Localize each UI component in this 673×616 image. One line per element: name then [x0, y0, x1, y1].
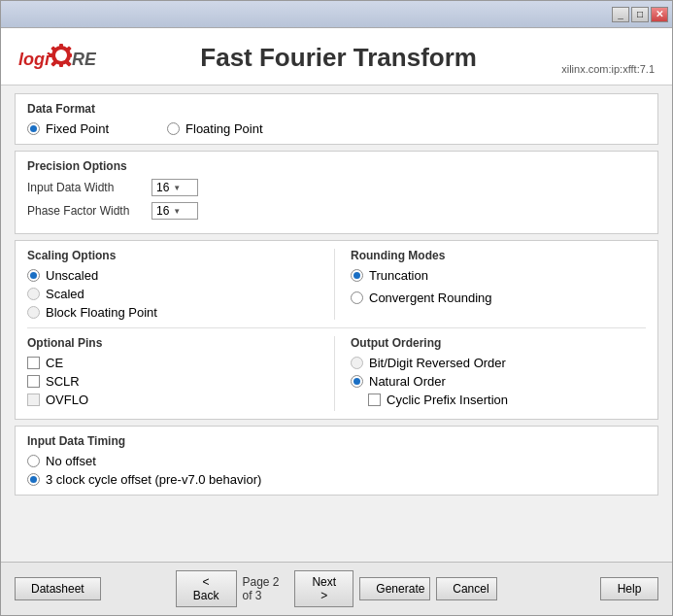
generate-button[interactable]: Generate — [359, 577, 430, 600]
sclr-label: SCLR — [46, 374, 80, 389]
titlebar: _ □ ✕ — [1, 1, 672, 28]
fixed-point-radio[interactable] — [27, 122, 40, 135]
floating-point-radio[interactable] — [167, 122, 180, 135]
block-floating-label: Block Floating Point — [46, 305, 157, 320]
input-data-width-select[interactable]: 16 ▼ — [151, 179, 198, 196]
footer-right: Help — [497, 577, 658, 600]
svg-rect-4 — [59, 62, 63, 67]
footer-left: Datasheet — [15, 577, 176, 600]
input-data-width-row: Input Data Width 16 ▼ — [27, 179, 646, 196]
convergent-option[interactable]: Convergent Rounding — [351, 291, 646, 305]
cyclic-prefix-checkbox[interactable] — [368, 394, 381, 406]
ce-item[interactable]: CE — [27, 356, 322, 370]
input-data-width-label: Input Data Width — [27, 181, 144, 194]
header: logi RE Fast Fourier Transform xilinx.co… — [1, 28, 672, 86]
floating-point-option[interactable]: Floating Point — [167, 121, 263, 136]
precision-title: Precision Options — [27, 159, 646, 173]
pins-ordering-row: Optional Pins CE SCLR OVFLO — [27, 336, 646, 411]
next-button[interactable]: Next > — [294, 570, 353, 607]
version-label: xilinx.com:ip:xfft:7.1 — [561, 63, 655, 75]
unscaled-label: Unscaled — [46, 268, 98, 283]
bit-reversed-radio[interactable] — [351, 357, 363, 369]
natural-order-option[interactable]: Natural Order — [351, 374, 646, 389]
phase-factor-width-select[interactable]: 16 ▼ — [151, 202, 198, 220]
clock-offset-radio[interactable] — [27, 473, 40, 486]
page-info: Page 2 of 3 — [243, 575, 289, 602]
ce-label: CE — [46, 356, 63, 370]
svg-rect-5 — [49, 53, 53, 57]
pins-col: Optional Pins CE SCLR OVFLO — [27, 336, 335, 411]
ovflo-checkbox[interactable] — [27, 394, 40, 406]
block-floating-radio[interactable] — [27, 306, 40, 319]
sclr-item[interactable]: SCLR — [27, 374, 322, 389]
svg-rect-3 — [59, 44, 63, 49]
middle-section: Scaling Options Unscaled Scaled Block Fl… — [15, 240, 658, 420]
unscaled-radio[interactable] — [27, 269, 40, 282]
truncation-label: Truncation — [369, 268, 428, 283]
input-data-width-arrow: ▼ — [173, 184, 181, 192]
precision-section: Precision Options Input Data Width 16 ▼ … — [15, 151, 658, 234]
ce-checkbox[interactable] — [27, 357, 40, 369]
datasheet-button[interactable]: Datasheet — [15, 577, 101, 600]
scaled-option[interactable]: Scaled — [27, 287, 322, 301]
natural-order-radio[interactable] — [351, 375, 363, 388]
rounding-title: Rounding Modes — [351, 249, 646, 262]
ovflo-item[interactable]: OVFLO — [27, 393, 322, 407]
phase-factor-width-row: Phase Factor Width 16 ▼ — [27, 202, 646, 220]
sclr-checkbox[interactable] — [27, 375, 40, 388]
maximize-button[interactable]: □ — [631, 7, 649, 22]
back-button[interactable]: < Back — [176, 570, 237, 607]
natural-order-label: Natural Order — [369, 374, 446, 389]
scaled-radio[interactable] — [27, 288, 40, 300]
unscaled-option[interactable]: Unscaled — [27, 268, 322, 283]
logo: logi RE — [18, 40, 96, 75]
input-data-width-value: 16 — [156, 181, 169, 194]
no-offset-option[interactable]: No offset — [27, 454, 646, 468]
scaling-rounding-row: Scaling Options Unscaled Scaled Block Fl… — [27, 249, 646, 320]
fixed-point-option[interactable]: Fixed Point — [27, 121, 109, 136]
main-content: Data Format Fixed Point Floating Point P… — [1, 86, 672, 562]
truncation-option[interactable]: Truncation — [351, 268, 646, 283]
ovflo-label: OVFLO — [46, 393, 88, 407]
scaling-title: Scaling Options — [27, 249, 322, 262]
data-format-title: Data Format — [27, 102, 646, 116]
scaling-col: Scaling Options Unscaled Scaled Block Fl… — [27, 249, 335, 320]
phase-factor-width-arrow: ▼ — [173, 207, 181, 216]
block-floating-option[interactable]: Block Floating Point — [27, 305, 322, 320]
convergent-label: Convergent Rounding — [369, 291, 491, 305]
clock-offset-label: 3 clock cycle offset (pre-v7.0 behavior) — [46, 472, 261, 487]
page-title: Fast Fourier Transform — [116, 43, 561, 73]
cyclic-prefix-item[interactable]: Cyclic Prefix Insertion — [368, 393, 646, 407]
timing-title: Input Data Timing — [27, 434, 646, 448]
help-button[interactable]: Help — [600, 577, 658, 600]
pins-title: Optional Pins — [27, 336, 322, 350]
cyclic-prefix-label: Cyclic Prefix Insertion — [387, 393, 508, 407]
clock-offset-option[interactable]: 3 clock cycle offset (pre-v7.0 behavior) — [27, 472, 646, 487]
scaled-label: Scaled — [46, 287, 84, 301]
close-button[interactable]: ✕ — [651, 7, 668, 22]
no-offset-label: No offset — [46, 454, 96, 468]
svg-text:RE: RE — [72, 50, 96, 69]
fixed-point-label: Fixed Point — [46, 121, 109, 136]
svg-text:logi: logi — [18, 50, 50, 69]
ordering-title: Output Ordering — [351, 336, 646, 350]
phase-factor-width-label: Phase Factor Width — [27, 204, 144, 218]
data-format-options: Fixed Point Floating Point — [27, 121, 646, 136]
footer: Datasheet < Back Page 2 of 3 Next > Gene… — [1, 562, 672, 615]
logo-svg: logi RE — [18, 40, 96, 75]
convergent-radio[interactable] — [351, 291, 363, 304]
bit-reversed-option[interactable]: Bit/Digit Reversed Order — [351, 356, 646, 370]
truncation-radio[interactable] — [351, 269, 363, 282]
rounding-col: Rounding Modes Truncation Convergent Rou… — [335, 249, 646, 320]
phase-factor-width-value: 16 — [156, 204, 169, 218]
ordering-col: Output Ordering Bit/Digit Reversed Order… — [335, 336, 646, 411]
bit-reversed-label: Bit/Digit Reversed Order — [369, 356, 506, 370]
data-format-section: Data Format Fixed Point Floating Point — [15, 93, 658, 145]
timing-section: Input Data Timing No offset 3 clock cycl… — [15, 426, 658, 496]
cancel-button[interactable]: Cancel — [436, 577, 497, 600]
minimize-button[interactable]: _ — [612, 7, 629, 22]
main-window: _ □ ✕ logi RE — [0, 0, 673, 616]
no-offset-radio[interactable] — [27, 455, 40, 467]
floating-point-label: Floating Point — [185, 121, 263, 136]
svg-point-2 — [55, 50, 67, 61]
